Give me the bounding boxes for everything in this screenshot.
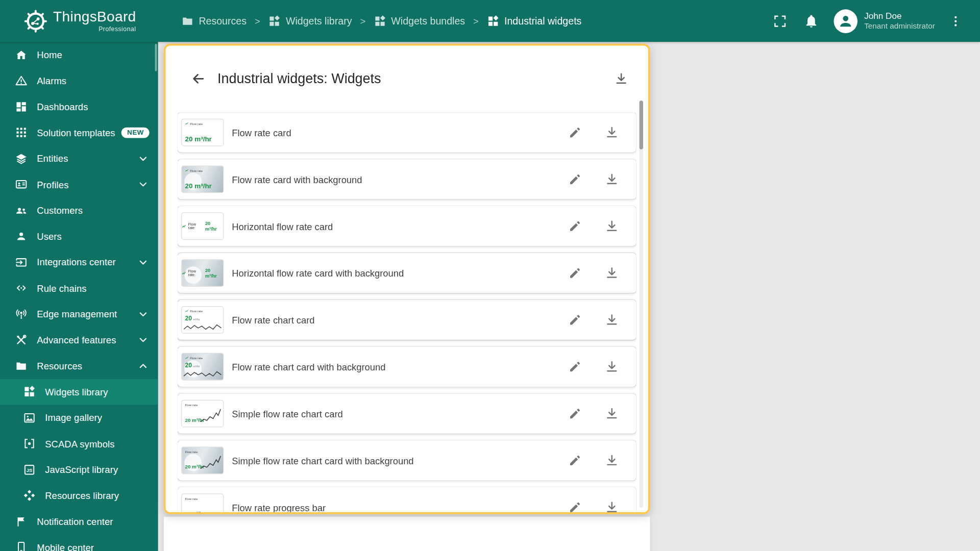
sidebar-item-scada-symbols[interactable]: SCADA symbols <box>0 431 158 457</box>
edit-widget-button[interactable] <box>568 266 582 280</box>
breadcrumb-item-widgets-bundles[interactable]: Widgets bundles <box>374 15 465 27</box>
sidebar-item-entities[interactable]: Entities <box>0 145 158 171</box>
widget-thumbnail: Flow rate 20 m³/hr <box>181 213 224 240</box>
widget-row[interactable]: Flow rate 20 m³/hr Horizontal flow rate … <box>178 253 636 293</box>
edit-widget-button[interactable] <box>568 173 582 187</box>
warning-icon <box>15 74 27 87</box>
download-widget-button[interactable] <box>605 173 619 187</box>
edit-widget-button[interactable] <box>568 407 582 421</box>
person-icon <box>15 230 27 242</box>
sidebar-item-notification-center[interactable]: Notification center <box>0 509 158 535</box>
list-scrollbar-thumb[interactable] <box>640 101 643 149</box>
more-menu-button[interactable] <box>949 14 963 28</box>
pencil-icon <box>568 313 582 327</box>
brand-name: ThingsBoard <box>53 9 136 23</box>
chevron-up-icon <box>137 360 149 372</box>
sidebar-item-dashboards[interactable]: Dashboards <box>0 94 158 120</box>
edit-widget-button[interactable] <box>568 500 582 514</box>
home-icon <box>15 48 27 61</box>
widget-title: Flow rate card <box>232 128 291 138</box>
list-scrollbar[interactable] <box>640 101 643 508</box>
sidebar-item-label: SCADA symbols <box>45 438 114 449</box>
sidebar-item-image-gallery[interactable]: Image gallery <box>0 405 158 431</box>
widget-row[interactable]: Flow rate 20 m³/hr Flow rate chart card … <box>178 347 636 387</box>
edit-widget-button[interactable] <box>568 126 582 140</box>
edit-widget-button[interactable] <box>568 454 582 468</box>
chevron-down-icon <box>137 308 149 320</box>
layers-icon <box>15 152 27 164</box>
widget-row[interactable]: Flow rate 20 m³/hr Flow rate progress ba… <box>178 488 636 514</box>
download-widget-button[interactable] <box>605 500 619 514</box>
fullscreen-button[interactable] <box>772 13 787 28</box>
row-actions <box>568 500 619 514</box>
widget-row[interactable]: Flow rate 20 m³/hr Simple flow rate char… <box>178 394 636 434</box>
edit-widget-button[interactable] <box>568 313 582 327</box>
notifications-button[interactable] <box>803 13 818 28</box>
widget-row[interactable]: Flow rate 20 m³/hr Flow rate card <box>178 113 636 153</box>
avatar[interactable] <box>834 9 857 33</box>
user-role: Tenant administrator <box>864 21 935 32</box>
download-widget-button[interactable] <box>605 313 619 327</box>
sidebar-item-resources-library[interactable]: Resources library <box>0 483 158 509</box>
sidebar-item-edge-management[interactable]: Edge management <box>0 301 158 327</box>
widget-row[interactable]: Flow rate 20 m³/hr Flow rate chart card <box>178 300 636 340</box>
sidebar-item-profiles[interactable]: Profiles <box>0 171 158 197</box>
back-button[interactable] <box>190 71 205 86</box>
sidebar-item-alarms[interactable]: Alarms <box>0 68 158 94</box>
sidebar: Home Alarms Dashboards Solution template… <box>0 42 158 551</box>
image-icon <box>23 412 35 424</box>
widget-thumbnail: Flow rate 20 m³/hr <box>181 119 224 146</box>
download-icon <box>615 71 628 85</box>
user-name: John Doe <box>864 10 935 21</box>
widget-title: Flow rate chart card <box>232 315 314 325</box>
sidebar-scrollbar[interactable] <box>155 44 157 71</box>
sidebar-item-advanced-features[interactable]: Advanced features <box>0 327 158 353</box>
sidebar-item-rule-chains[interactable]: Rule chains <box>0 275 158 301</box>
thingsboard-logo[interactable]: ThingsBoard Professional <box>0 9 158 33</box>
row-actions <box>568 266 619 280</box>
sidebar-item-integrations-center[interactable]: Integrations center <box>0 249 158 276</box>
pencil-icon <box>568 219 582 233</box>
input-box-icon <box>15 256 27 268</box>
edit-widget-button[interactable] <box>568 360 582 374</box>
widget-row[interactable]: Flow rate 20 m³/hr Simple flow rate char… <box>178 441 636 481</box>
widget-title: Flow rate progress bar <box>232 502 326 513</box>
export-bundle-button[interactable] <box>615 71 628 85</box>
sidebar-item-label: Profiles <box>37 179 68 190</box>
apps-grid-icon <box>15 127 27 139</box>
download-widget-button[interactable] <box>605 454 619 468</box>
breadcrumb-item-resources[interactable]: Resources <box>181 15 247 27</box>
new-badge: NEW <box>121 127 150 138</box>
download-icon <box>605 126 619 140</box>
sidebar-item-users[interactable]: Users <box>0 223 158 249</box>
thumb-label: Flow rate <box>190 357 203 360</box>
folder-icon <box>181 15 193 27</box>
widget-row[interactable]: Flow rate 20 m³/hr Flow rate card with b… <box>178 160 636 199</box>
download-icon <box>605 173 619 187</box>
breadcrumb-item-widgets-library[interactable]: Widgets library <box>268 15 352 27</box>
pencil-icon <box>568 454 582 468</box>
sidebar-item-widgets-library[interactable]: Widgets library <box>0 379 158 405</box>
sidebar-item-label: Solution templates <box>37 127 115 138</box>
sparkline-icon <box>185 169 188 172</box>
sidebar-item-solution-templates[interactable]: Solution templates NEW <box>0 119 158 145</box>
sidebar-item-label: Dashboards <box>37 102 88 112</box>
user-menu[interactable]: John Doe Tenant administrator <box>864 10 935 32</box>
download-widget-button[interactable] <box>605 407 619 421</box>
sidebar-item-resources[interactable]: Resources <box>0 353 158 379</box>
download-widget-button[interactable] <box>605 266 619 280</box>
sidebar-item-javascript-library[interactable]: JavaScript library <box>0 457 158 483</box>
edit-widget-button[interactable] <box>568 219 582 233</box>
widget-row[interactable]: Flow rate 20 m³/hr Horizontal flow rate … <box>178 207 636 246</box>
download-widget-button[interactable] <box>605 219 619 233</box>
thumb-value: 20 m³/hr <box>205 268 223 279</box>
pencil-icon <box>568 500 582 514</box>
download-widget-button[interactable] <box>605 360 619 374</box>
breadcrumb-item-industrial-widgets[interactable]: Industrial widgets <box>487 15 582 27</box>
sidebar-item-customers[interactable]: Customers <box>0 197 158 223</box>
sidebar-item-mobile-center[interactable]: Mobile center <box>0 535 158 551</box>
download-widget-button[interactable] <box>605 126 619 140</box>
widget-thumbnail: Flow rate 20 m³/hr <box>181 494 224 514</box>
thumb-label: Flow rate <box>185 450 198 454</box>
sidebar-item-home[interactable]: Home <box>0 42 158 68</box>
